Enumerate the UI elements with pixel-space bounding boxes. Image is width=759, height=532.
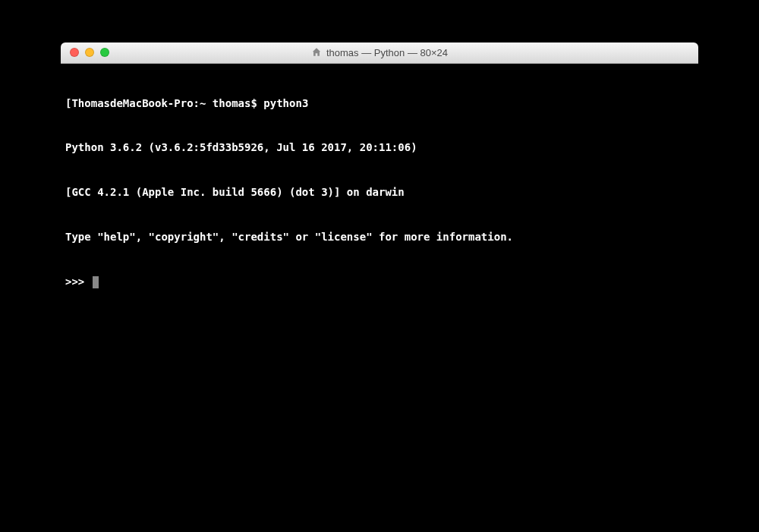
shell-line: [ThomasdeMacBook-Pro:~ thomas$ python3	[65, 96, 694, 112]
minimize-button[interactable]	[85, 48, 94, 57]
output-line: Python 3.6.2 (v3.6.2:5fd33b5926, Jul 16 …	[65, 140, 694, 156]
terminal-content[interactable]: [ThomasdeMacBook-Pro:~ thomas$ python3 P…	[61, 64, 698, 490]
repl-prompt-line: >>>	[65, 275, 694, 290]
cursor	[93, 276, 99, 288]
repl-prompt: >>>	[65, 275, 91, 290]
traffic-lights	[61, 48, 109, 57]
close-button[interactable]	[70, 48, 79, 57]
shell-prompt: ThomasdeMacBook-Pro:~ thomas$	[71, 97, 263, 109]
terminal-window: thomas — Python — 80×24 [ThomasdeMacBook…	[61, 42, 698, 490]
home-icon	[311, 47, 322, 58]
window-title: thomas — Python — 80×24	[326, 47, 448, 58]
titlebar[interactable]: thomas — Python — 80×24	[61, 42, 698, 64]
output-line: Type "help", "copyright", "credits" or "…	[65, 230, 694, 245]
shell-command: python3	[263, 97, 308, 109]
output-line: [GCC 4.2.1 (Apple Inc. build 5666) (dot …	[65, 185, 694, 200]
maximize-button[interactable]	[100, 48, 109, 57]
window-title-area: thomas — Python — 80×24	[61, 47, 698, 58]
